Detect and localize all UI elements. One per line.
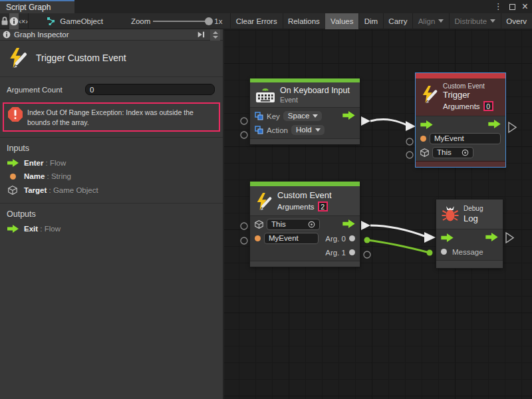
clear-errors-button[interactable]: Clear Errors xyxy=(231,13,283,29)
carry-button[interactable]: Carry xyxy=(383,13,412,29)
custom-event-icon xyxy=(421,84,438,104)
arg1-out-port[interactable] xyxy=(349,249,355,255)
flow-in-port[interactable] xyxy=(441,233,454,242)
zoom-label: Zoom xyxy=(131,17,150,25)
flow-in-port[interactable] xyxy=(420,120,433,129)
node-title: Log xyxy=(464,213,483,223)
argument-count-input[interactable] xyxy=(85,84,215,95)
flow-arrow-icon xyxy=(7,225,19,233)
wire-arg0-to-message[interactable] xyxy=(364,237,433,256)
node-title: On Keyboard Input xyxy=(280,86,350,95)
arguments-count-badge[interactable]: 0 xyxy=(483,101,493,111)
event-name-field[interactable]: MyEvent xyxy=(430,133,501,144)
chevron-down-icon xyxy=(315,128,321,132)
flow-stub-icon[interactable] xyxy=(506,233,513,243)
dock-panel-button[interactable] xyxy=(195,29,207,40)
arguments-count-badge[interactable]: 2 xyxy=(318,201,328,211)
graph-inspector-title: Graph Inspector xyxy=(14,31,68,39)
maximize-icon[interactable] xyxy=(509,4,515,10)
relations-button[interactable]: Relations xyxy=(283,13,325,29)
flow-stub-icon[interactable] xyxy=(509,122,516,132)
node-kind: Debug xyxy=(464,205,483,212)
target-field[interactable]: This xyxy=(432,147,473,158)
zoom-slider-handle[interactable] xyxy=(205,17,213,25)
chevron-down-icon xyxy=(490,19,495,23)
input-row-name: Name : String xyxy=(0,170,223,183)
graph-canvas[interactable]: On Keyboard Input Event Key Space xyxy=(224,29,532,399)
error-message-text: Index Out Of Range Exception: Index was … xyxy=(27,107,215,127)
arguments-label: Arguments xyxy=(443,102,480,110)
inspector-toggle-button[interactable] xyxy=(9,13,19,29)
lock-button[interactable] xyxy=(0,13,9,29)
error-octagon-icon xyxy=(8,107,23,122)
arg1-label: Arg. 1 xyxy=(325,249,346,257)
flow-out-port[interactable] xyxy=(485,233,498,241)
kebab-menu-icon[interactable]: ⋮ xyxy=(494,0,503,13)
graph-toolbar: ‹×› GameObject Zoom 1x Clear Errors Rela… xyxy=(0,13,532,29)
dim-button[interactable]: Dim xyxy=(359,13,383,29)
node-title: Trigger xyxy=(443,90,493,100)
action-dropdown[interactable]: Hold xyxy=(291,125,325,135)
wire-customevent-to-debug[interactable] xyxy=(361,221,436,243)
key-dropdown[interactable]: Space xyxy=(283,111,323,121)
close-icon[interactable]: × xyxy=(522,0,528,13)
target-field[interactable]: This xyxy=(267,219,320,230)
flow-out-port[interactable] xyxy=(342,219,355,228)
overview-button[interactable]: Overv xyxy=(501,13,532,29)
key-type-icon xyxy=(255,126,263,134)
input-row-target: Target : Game Object xyxy=(0,183,223,198)
cube-icon[interactable] xyxy=(255,220,263,229)
node-subtitle: Event xyxy=(280,96,350,104)
key-label: Key xyxy=(267,112,280,120)
string-port-icon xyxy=(10,174,16,180)
graph-inspector-header: Graph Inspector xyxy=(0,29,223,41)
arguments-label: Arguments xyxy=(277,203,315,211)
chevron-down-icon xyxy=(438,19,444,23)
cube-icon[interactable] xyxy=(420,148,429,157)
distribute-button[interactable]: Distribute xyxy=(450,13,501,29)
node-error-bar xyxy=(416,73,505,78)
node-trigger-custom-event[interactable]: Custom Event Trigger Arguments 0 xyxy=(416,73,505,167)
object-picker-icon[interactable] xyxy=(462,149,469,156)
arg0-out-port[interactable] xyxy=(349,235,355,241)
node-title: Custom Event xyxy=(277,190,332,200)
event-name-field[interactable]: MyEvent xyxy=(264,233,319,244)
tab-script-graph[interactable]: Script Graph xyxy=(0,0,74,13)
node-custom-event[interactable]: Custom Event Arguments 2 This xyxy=(250,182,360,267)
input-row-enter: Enter : Flow xyxy=(0,156,223,170)
spinner-down-icon xyxy=(213,36,218,39)
action-label: Action xyxy=(267,126,288,134)
panel-spinner[interactable] xyxy=(210,29,220,41)
zoom-value: 1x xyxy=(214,17,222,25)
code-preview-button[interactable]: ‹×› xyxy=(19,13,28,29)
port-circle xyxy=(241,132,247,138)
zoom-slider[interactable] xyxy=(153,21,211,22)
outputs-heading: Outputs xyxy=(0,203,223,222)
collapse-right-icon xyxy=(197,31,205,39)
node-on-keyboard-input[interactable]: On Keyboard Input Event Key Space xyxy=(250,78,360,144)
align-button[interactable]: Align xyxy=(413,13,450,29)
titlebar: Script Graph ⋮ × xyxy=(0,0,532,13)
key-type-icon xyxy=(255,112,263,120)
code-icon: ‹×› xyxy=(19,17,28,25)
node-footer xyxy=(436,260,503,268)
port-circle xyxy=(241,237,247,244)
flow-out-port[interactable] xyxy=(342,111,355,120)
script-graph-icon xyxy=(47,17,56,26)
node-debug-log[interactable]: Debug Log Message xyxy=(436,200,503,268)
message-in-port[interactable] xyxy=(441,249,447,255)
graph-inspector-panel: Graph Inspector Trigger Custom Event xyxy=(0,29,223,399)
gameobject-breadcrumb[interactable]: GameObject xyxy=(28,13,108,29)
values-button[interactable]: Values xyxy=(325,13,358,29)
flow-out-port[interactable] xyxy=(488,120,501,128)
message-label: Message xyxy=(452,248,483,256)
wire-keyboard-to-trigger[interactable] xyxy=(361,116,416,131)
output-row-exit: Exit : Flow xyxy=(0,222,223,235)
inputs-section: Inputs Enter : Flow Name : String Target… xyxy=(0,137,223,198)
string-port-icon[interactable] xyxy=(420,136,426,142)
port-circle xyxy=(364,251,370,258)
string-port-icon[interactable] xyxy=(255,235,261,241)
keyboard-event-icon xyxy=(255,86,275,103)
port-circle xyxy=(406,152,413,158)
object-picker-icon[interactable] xyxy=(308,221,315,228)
